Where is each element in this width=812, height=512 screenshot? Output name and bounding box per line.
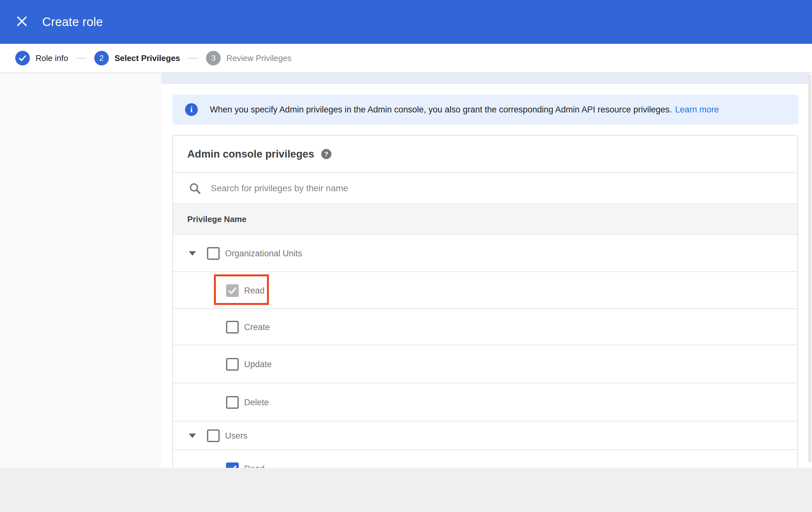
scrolled-element-sliver xyxy=(161,73,809,84)
info-banner: i When you specify Admin privileges in t… xyxy=(172,95,799,125)
privilege-checkbox[interactable] xyxy=(207,247,220,260)
privilege-label: Organizational Units xyxy=(225,249,302,259)
privilege-label: Create xyxy=(244,322,270,332)
info-icon: i xyxy=(185,103,198,116)
privilege-row: Delete xyxy=(173,383,798,422)
privilege-name-column-header: Privilege Name xyxy=(187,214,246,224)
footer-bar: BACK CANCEL CONTINUE xyxy=(0,468,812,512)
step-role-info[interactable]: Role info xyxy=(15,51,68,65)
expand-arrow-icon[interactable] xyxy=(189,251,196,256)
app-header: Create role xyxy=(0,0,812,44)
card-title-row: Admin console privileges ? xyxy=(173,136,798,173)
table-header-row: Privilege Name xyxy=(173,204,798,235)
step-label: Review Privileges xyxy=(226,53,291,63)
close-button[interactable] xyxy=(15,15,29,29)
privilege-checkbox[interactable] xyxy=(226,321,239,333)
privilege-checkbox[interactable] xyxy=(226,396,239,409)
step-number-badge: 3 xyxy=(206,51,221,65)
step-number-badge: 2 xyxy=(94,51,109,65)
learn-more-link[interactable]: Learn more xyxy=(675,105,719,115)
step-select-privileges[interactable]: 2 Select Privileges xyxy=(94,51,180,65)
privilege-checkbox[interactable] xyxy=(207,429,220,442)
privilege-row: Create xyxy=(173,309,798,345)
step-label: Role info xyxy=(35,53,68,63)
step-complete-check-icon xyxy=(15,51,30,65)
privilege-checkbox[interactable] xyxy=(226,358,239,371)
privilege-row: Organizational Units xyxy=(173,235,798,272)
create-role-dialog: Create role Role info 2 Select Privilege… xyxy=(0,0,812,512)
privilege-row: Update xyxy=(173,345,798,383)
privilege-search-input[interactable] xyxy=(210,183,798,194)
left-gutter xyxy=(0,73,161,468)
admin-console-privileges-card: Admin console privileges ? Privilege Nam… xyxy=(172,135,798,468)
privilege-label: Delete xyxy=(244,398,269,407)
scrollbar[interactable] xyxy=(808,74,811,462)
privilege-label: Read xyxy=(244,286,265,296)
privilege-search-row xyxy=(173,173,798,204)
page-title: Create role xyxy=(42,0,103,44)
step-divider xyxy=(187,58,198,59)
privilege-row: Read xyxy=(173,450,798,468)
content-area: i When you specify Admin privileges in t… xyxy=(0,73,812,468)
privilege-label: Users xyxy=(225,431,248,441)
privilege-label: Update xyxy=(244,359,272,369)
privilege-row: Read xyxy=(173,272,798,309)
stepper: Role info 2 Select Privileges 3 Review P… xyxy=(0,44,812,73)
step-divider xyxy=(76,58,87,59)
expand-arrow-icon[interactable] xyxy=(189,434,196,438)
card-title: Admin console privileges xyxy=(187,148,314,160)
close-icon xyxy=(17,16,27,28)
info-banner-text: When you specify Admin privileges in the… xyxy=(210,105,672,115)
privilege-label: Read xyxy=(244,464,265,468)
privilege-checkbox[interactable] xyxy=(226,462,239,468)
search-icon xyxy=(188,182,201,195)
privilege-row: Users xyxy=(173,422,798,450)
privilege-rows: Organizational UnitsReadCreateUpdateDele… xyxy=(173,235,798,468)
step-review-privileges: 3 Review Privileges xyxy=(206,51,291,65)
step-label: Select Privileges xyxy=(115,53,180,63)
privilege-checkbox[interactable] xyxy=(226,284,239,297)
help-icon[interactable]: ? xyxy=(321,149,331,159)
